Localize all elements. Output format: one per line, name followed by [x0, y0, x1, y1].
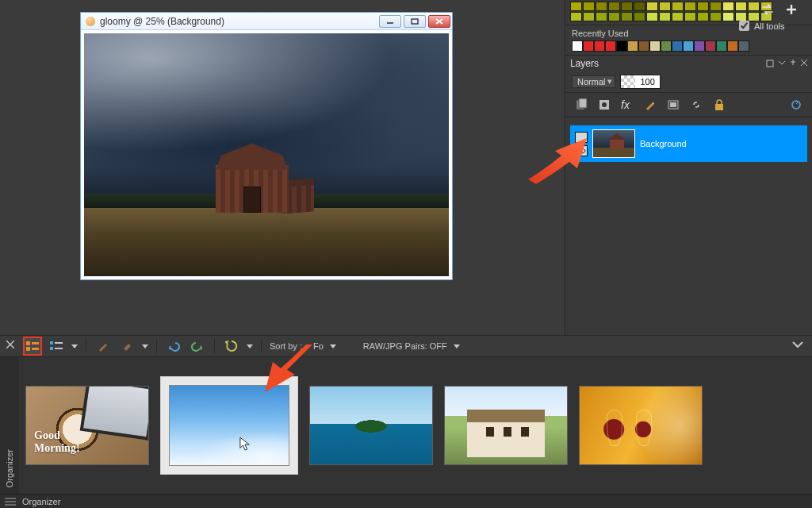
link-layers-icon[interactable]	[688, 97, 704, 113]
color-swatch[interactable]	[570, 2, 582, 11]
color-swatch[interactable]	[583, 12, 595, 21]
blank-toggle-icon[interactable]	[575, 132, 588, 143]
sort-by-value[interactable]: Fo	[313, 341, 324, 351]
color-swatch[interactable]	[646, 2, 658, 11]
document-titlebar[interactable]: gloomy @ 25% (Background)	[81, 13, 452, 30]
brush-tool-icon[interactable]	[94, 337, 112, 355]
recent-swatch[interactable]	[672, 40, 683, 52]
color-swatch[interactable]	[634, 12, 645, 21]
organizer-thumb-0[interactable]	[25, 386, 149, 465]
recent-swatch[interactable]	[594, 40, 605, 52]
layer-group-icon[interactable]	[665, 97, 681, 113]
recent-swatch[interactable]	[694, 40, 705, 52]
recent-swatch[interactable]	[583, 40, 594, 52]
recent-swatch[interactable]	[738, 40, 749, 52]
color-swatch[interactable]	[608, 12, 620, 21]
layer-toolbar: fx	[565, 92, 812, 117]
svg-rect-18	[50, 341, 53, 344]
organizer-thumb-3[interactable]	[444, 386, 568, 465]
color-swatch[interactable]	[710, 2, 722, 11]
color-swatch[interactable]	[583, 2, 595, 11]
thumbnail-view-button[interactable]	[24, 337, 41, 355]
recent-swatch[interactable]	[616, 40, 627, 52]
color-swatch[interactable]	[722, 2, 734, 11]
add-swatch-icon[interactable]	[783, 2, 799, 17]
rotate-icon[interactable]	[223, 337, 240, 355]
swap-colors-icon[interactable]	[760, 2, 776, 17]
view-dropdown-icon[interactable]	[71, 344, 78, 348]
visibility-toggle-icon[interactable]	[575, 145, 588, 156]
recent-swatch[interactable]	[649, 40, 661, 52]
recent-swatch[interactable]	[627, 40, 638, 52]
rotate-dropdown-icon[interactable]	[247, 344, 253, 348]
organizer-collapse-icon[interactable]	[791, 340, 804, 349]
layers-panel-header[interactable]: Layers	[565, 55, 812, 71]
color-swatch[interactable]	[570, 12, 582, 21]
recent-swatch[interactable]	[605, 40, 616, 52]
recent-swatch[interactable]	[572, 40, 583, 52]
color-swatch[interactable]	[722, 12, 734, 21]
color-swatch[interactable]	[608, 2, 620, 11]
redo-icon[interactable]	[189, 337, 206, 355]
color-swatch[interactable]	[697, 12, 709, 21]
svg-rect-17	[32, 348, 39, 350]
recent-swatch[interactable]	[705, 40, 716, 52]
color-swatch[interactable]	[596, 2, 607, 11]
recent-swatch[interactable]	[716, 40, 727, 52]
transparency-icon	[621, 75, 635, 88]
sort-dropdown-icon[interactable]	[330, 344, 336, 348]
status-mode-label[interactable]: Organizer	[22, 497, 60, 506]
color-swatch[interactable]	[672, 12, 684, 21]
blend-mode-select[interactable]: Normal	[572, 75, 615, 88]
organizer-panel: Organizer	[0, 357, 812, 494]
layer-row-background[interactable]: Background	[570, 125, 807, 162]
color-swatch[interactable]	[621, 12, 633, 21]
color-swatch[interactable]	[697, 2, 709, 11]
color-swatch[interactable]	[710, 12, 722, 21]
color-swatch[interactable]	[634, 2, 645, 11]
raw-jpg-pairs-toggle[interactable]: RAW/JPG Pairs: OFF	[363, 341, 447, 351]
color-swatch[interactable]	[659, 12, 671, 21]
recent-swatch[interactable]	[638, 40, 649, 52]
new-mask-icon[interactable]	[596, 97, 612, 113]
recent-swatch[interactable]	[661, 40, 672, 52]
all-tools-checkbox[interactable]: All tools	[736, 19, 804, 33]
panel-menu-icon[interactable]	[766, 60, 774, 67]
raw-dropdown-icon[interactable]	[454, 344, 460, 348]
thumbnail-image	[25, 386, 149, 465]
panel-close-icon[interactable]	[801, 60, 807, 67]
color-swatch[interactable]	[646, 12, 658, 21]
organizer-thumb-2[interactable]	[309, 386, 433, 465]
organizer-thumb-4[interactable]	[579, 386, 703, 465]
recently-used-swatches[interactable]	[565, 40, 812, 55]
new-layer-icon[interactable]	[573, 97, 589, 113]
close-button[interactable]	[428, 15, 450, 28]
minimize-button[interactable]	[379, 15, 401, 28]
recent-swatch[interactable]	[683, 40, 694, 52]
thumbnail-image	[309, 386, 433, 465]
list-view-button[interactable]	[48, 337, 65, 355]
recent-swatch[interactable]	[727, 40, 738, 52]
layer-name-label: Background	[640, 139, 687, 148]
organizer-side-tab[interactable]: Organizer	[0, 357, 19, 494]
panel-pin-icon[interactable]	[790, 60, 796, 67]
layer-opacity-input[interactable]: 100	[620, 75, 660, 89]
color-swatch[interactable]	[684, 12, 696, 21]
eraser-tool-icon[interactable]	[118, 337, 136, 355]
organizer-close-icon[interactable]	[6, 341, 17, 352]
color-swatch[interactable]	[672, 2, 684, 11]
layer-effects-icon[interactable]: fx	[619, 97, 635, 113]
color-swatch[interactable]	[659, 2, 671, 11]
organizer-thumb-1-selected[interactable]	[160, 376, 298, 475]
maximize-button[interactable]	[404, 15, 426, 28]
color-swatch[interactable]	[596, 12, 607, 21]
color-swatch[interactable]	[684, 2, 696, 11]
undo-icon[interactable]	[165, 337, 182, 355]
layer-refresh-icon[interactable]	[788, 97, 804, 113]
brush-layer-icon[interactable]	[642, 97, 658, 113]
tool-dropdown-icon[interactable]	[142, 344, 148, 348]
document-canvas[interactable]	[84, 33, 449, 276]
color-swatch[interactable]	[621, 2, 633, 11]
panel-dropdown-icon[interactable]	[779, 60, 785, 67]
lock-layer-icon[interactable]	[711, 97, 727, 113]
